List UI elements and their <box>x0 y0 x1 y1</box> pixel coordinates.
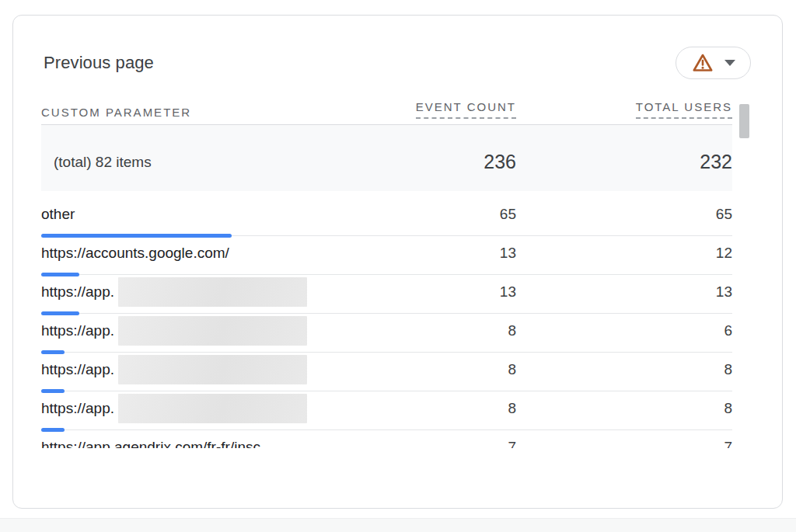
table-row: other 65 65 <box>41 197 732 236</box>
table-header-row: CUSTOM PARAMETER EVENT COUNT TOTAL USERS <box>41 99 732 125</box>
custom-parameter-table: CUSTOM PARAMETER EVENT COUNT TOTAL USERS… <box>41 99 732 448</box>
totals-label: (total) 82 items <box>54 154 361 171</box>
total-users-value: 6 <box>516 322 732 339</box>
table-row: https://accounts.google.com/ 13 12 <box>41 236 732 275</box>
table-row: https://app. 8 8 <box>41 391 732 430</box>
event-count-value: 7 <box>361 439 516 449</box>
column-header-custom-parameter: CUSTOM PARAMETER <box>41 106 361 119</box>
redacted-text-box <box>118 316 307 346</box>
table-rows-viewport: other 65 65 https://accounts.google.com/… <box>41 197 732 448</box>
parameter-value: https://app.agendrix.com/fr-fr/insc <box>41 439 260 449</box>
event-count-value: 8 <box>361 361 516 378</box>
parameter-value: other <box>41 206 75 223</box>
total-users-value: 65 <box>516 206 732 223</box>
event-count-value: 8 <box>361 322 516 339</box>
event-count-value: 65 <box>361 206 516 223</box>
redacted-text-box <box>118 277 307 307</box>
event-count-value: 8 <box>361 400 516 417</box>
page: Previous page CUSTOM PARAMETER EVENT COU… <box>0 0 796 532</box>
column-header-total-users[interactable]: TOTAL USERS <box>516 100 732 119</box>
table-row: https://app. 13 13 <box>41 275 732 314</box>
total-users-value: 13 <box>516 283 732 301</box>
total-users-value: 12 <box>516 245 732 262</box>
chevron-down-icon <box>724 60 735 66</box>
page-title: Previous page <box>44 53 154 73</box>
total-users-value: 8 <box>516 361 732 378</box>
warning-triangle-icon <box>692 53 714 73</box>
page-bottom-strip <box>0 518 796 532</box>
total-users-value: 7 <box>516 439 732 449</box>
event-count-value: 13 <box>361 283 516 301</box>
card-header: Previous page <box>13 16 782 79</box>
parameter-value: https://app. <box>41 283 114 301</box>
totals-total-users: 232 <box>516 151 732 173</box>
parameter-value: https://app. <box>41 322 114 339</box>
table-row-clipped: https://app.agendrix.com/fr-fr/insc 7 7 <box>41 430 732 448</box>
redacted-text-box <box>118 355 307 384</box>
warning-dropdown-button[interactable] <box>676 47 751 79</box>
parameter-value: https://app. <box>41 361 114 378</box>
parameter-value: https://app. <box>41 400 114 417</box>
column-header-event-count[interactable]: EVENT COUNT <box>361 100 516 119</box>
totals-event-count: 236 <box>361 151 516 173</box>
parameter-value: https://accounts.google.com/ <box>41 245 229 262</box>
redacted-text-box <box>118 394 307 423</box>
vertical-scrollbar-thumb[interactable] <box>739 104 749 138</box>
total-users-value: 8 <box>516 400 732 417</box>
previous-page-card: Previous page CUSTOM PARAMETER EVENT COU… <box>12 15 783 509</box>
table-row: https://app. 8 6 <box>41 314 732 353</box>
event-count-value: 13 <box>361 245 516 262</box>
totals-row: (total) 82 items 236 232 <box>41 125 732 191</box>
table-row: https://app. 8 8 <box>41 353 732 391</box>
